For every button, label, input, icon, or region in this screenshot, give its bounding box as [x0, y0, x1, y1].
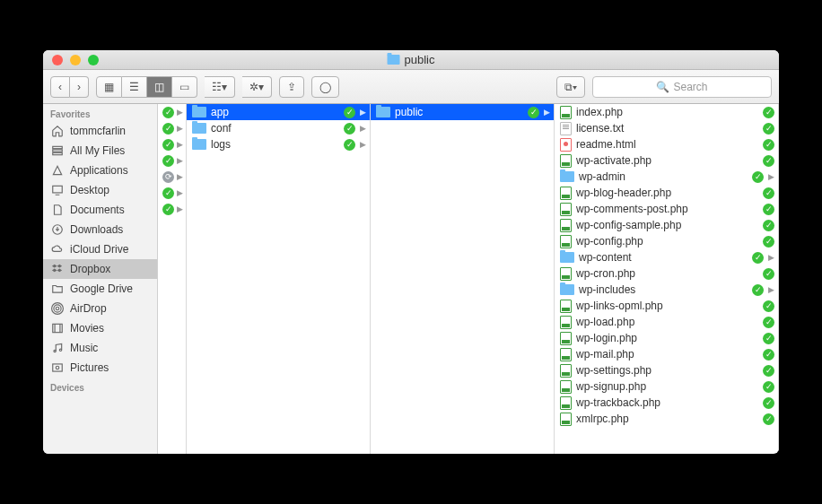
search-icon: 🔍: [656, 81, 669, 93]
sidebar-item-label: Movies: [70, 322, 104, 335]
sidebar-item-icloud-drive[interactable]: iCloud Drive: [43, 239, 157, 259]
sidebar-item-all-my-files[interactable]: All My Files: [43, 141, 157, 161]
minimize-button[interactable]: [70, 55, 81, 65]
file-icon: [560, 219, 572, 232]
sync-badge-icon: ✓: [763, 155, 774, 167]
folder-icon: [192, 139, 206, 150]
arrange-button[interactable]: ☷▾: [205, 76, 235, 98]
gallery-view-button[interactable]: ▭: [172, 76, 197, 98]
sidebar-item-music[interactable]: Music: [43, 338, 157, 358]
list-item[interactable]: license.txt✓: [555, 120, 778, 136]
apps-icon: [50, 163, 65, 178]
sidebar-item-pictures[interactable]: Pictures: [43, 358, 157, 378]
action-button[interactable]: ✲▾: [242, 76, 272, 98]
sync-badge-icon: ✓: [763, 317, 774, 328]
list-item[interactable]: wp-blog-header.php✓: [555, 185, 778, 201]
list-item[interactable]: ✓▶: [158, 136, 186, 152]
chevron-right-icon: ▶: [544, 108, 550, 117]
sidebar-item-movies[interactable]: Movies: [43, 318, 157, 338]
maximize-button[interactable]: [88, 55, 99, 65]
share-button[interactable]: ⇪: [279, 76, 304, 98]
item-label: readme.html: [576, 138, 758, 151]
list-item[interactable]: index.php✓: [555, 104, 778, 120]
chevron-right-icon: ▶: [768, 285, 774, 294]
movies-icon: [50, 321, 65, 335]
list-item[interactable]: wp-trackback.php✓: [555, 395, 778, 411]
list-item[interactable]: wp-config-sample.php✓: [555, 217, 778, 233]
sync-badge-icon: ✓: [763, 397, 774, 409]
list-item[interactable]: wp-login.php✓: [555, 330, 778, 346]
list-item[interactable]: wp-activate.php✓: [555, 152, 778, 169]
list-item[interactable]: ✓▶: [158, 185, 186, 201]
sidebar-item-label: Dropbox: [70, 263, 110, 275]
file-icon: [560, 122, 572, 135]
list-item[interactable]: wp-mail.php✓: [555, 346, 778, 362]
column-2[interactable]: public✓▶: [371, 104, 555, 454]
sidebar-item-label: Pictures: [70, 361, 109, 374]
forward-button[interactable]: ›: [70, 76, 89, 98]
item-label: logs: [211, 138, 339, 151]
dropbox-button[interactable]: ⧉▾: [556, 76, 585, 98]
sidebar[interactable]: FavoritestommcfarlinAll My FilesApplicat…: [43, 104, 158, 454]
list-item[interactable]: public✓▶: [371, 104, 554, 120]
svg-rect-2: [53, 152, 63, 154]
column-0-partial[interactable]: ✓▶✓▶✓▶✓▶⟳▶✓▶✓▶: [158, 104, 187, 454]
list-item[interactable]: wp-comments-post.php✓: [555, 201, 778, 217]
chevron-right-icon: ▶: [177, 172, 183, 181]
chevron-right-icon: ▶: [768, 172, 774, 181]
folder-icon: [560, 252, 574, 263]
list-item[interactable]: conf✓▶: [187, 120, 370, 136]
list-item[interactable]: wp-content✓▶: [555, 249, 778, 265]
content-body: FavoritestommcfarlinAll My FilesApplicat…: [43, 104, 779, 454]
folder-icon: [560, 284, 574, 295]
column-3[interactable]: index.php✓license.txt✓readme.html✓wp-act…: [555, 104, 779, 454]
sync-badge-icon: ✓: [344, 123, 355, 135]
tags-button[interactable]: ◯: [311, 76, 339, 98]
airdrop-icon: [50, 301, 65, 316]
column-1[interactable]: app✓▶conf✓▶logs✓▶: [187, 104, 371, 454]
list-item[interactable]: wp-links-opml.php✓: [555, 298, 778, 314]
list-item[interactable]: wp-admin✓▶: [555, 169, 778, 185]
sidebar-item-google-drive[interactable]: Google Drive: [43, 279, 157, 299]
list-item[interactable]: ⟳▶: [158, 169, 186, 185]
list-item[interactable]: wp-includes✓▶: [555, 282, 778, 298]
list-item[interactable]: logs✓▶: [187, 136, 370, 152]
sync-badge-icon: ✓: [162, 204, 174, 215]
documents-icon: [50, 203, 65, 217]
sidebar-item-dropbox[interactable]: Dropbox: [43, 259, 157, 279]
search-field[interactable]: 🔍 Search: [592, 76, 772, 98]
list-item[interactable]: ✓▶: [158, 152, 186, 169]
sidebar-item-downloads[interactable]: Downloads: [43, 220, 157, 239]
icon-view-button[interactable]: ▦: [96, 76, 122, 98]
list-item[interactable]: ✓▶: [158, 120, 186, 136]
sync-badge-icon: ✓: [528, 107, 539, 118]
list-item[interactable]: xmlrpc.php✓: [555, 411, 778, 427]
sidebar-item-tommcfarlin[interactable]: tommcfarlin: [43, 121, 157, 141]
chevron-right-icon: ▶: [177, 204, 183, 213]
downloads-icon: [50, 222, 65, 237]
titlebar[interactable]: public: [43, 50, 779, 70]
chevron-right-icon: ▶: [360, 124, 366, 133]
column-view-button[interactable]: ◫: [147, 76, 172, 98]
file-icon: [560, 396, 572, 410]
item-label: license.txt: [576, 122, 758, 135]
sidebar-item-airdrop[interactable]: AirDrop: [43, 299, 157, 318]
sidebar-item-desktop[interactable]: Desktop: [43, 180, 157, 200]
list-item[interactable]: wp-config.php✓: [555, 233, 778, 249]
list-item[interactable]: wp-load.php✓: [555, 314, 778, 330]
search-placeholder: Search: [673, 81, 707, 93]
sidebar-item-applications[interactable]: Applications: [43, 161, 157, 180]
list-item[interactable]: app✓▶: [187, 104, 370, 120]
list-view-button[interactable]: ☰: [122, 76, 147, 98]
list-item[interactable]: readme.html✓: [555, 136, 778, 152]
list-item[interactable]: ✓▶: [158, 104, 186, 120]
sidebar-item-documents[interactable]: Documents: [43, 200, 157, 220]
list-item[interactable]: ✓▶: [158, 201, 186, 217]
sidebar-item-label: AirDrop: [70, 302, 107, 315]
list-item[interactable]: wp-settings.php✓: [555, 362, 778, 378]
sync-badge-icon: ✓: [763, 187, 774, 199]
list-item[interactable]: wp-cron.php✓: [555, 265, 778, 282]
close-button[interactable]: [52, 55, 63, 65]
back-button[interactable]: ‹: [50, 76, 70, 98]
list-item[interactable]: wp-signup.php✓: [555, 378, 778, 395]
